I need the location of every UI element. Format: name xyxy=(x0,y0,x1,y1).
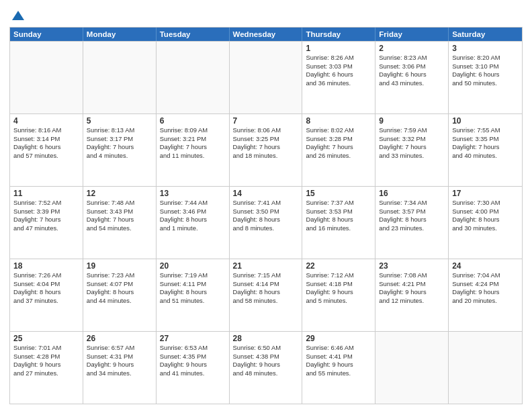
cell-info-line: Sunset: 4:24 PM xyxy=(452,280,519,289)
cell-info-line: and 16 minutes. xyxy=(306,224,371,233)
cell-info-line: and 44 minutes. xyxy=(87,297,152,306)
cell-info-line: Sunset: 4:04 PM xyxy=(13,280,79,289)
day-number: 17 xyxy=(452,189,519,198)
day-of-week-friday: Friday xyxy=(375,28,449,41)
cell-info-line: and 5 minutes. xyxy=(306,297,371,306)
cell-info-line: Sunrise: 7:59 AM xyxy=(379,126,445,135)
cell-info-line: Sunrise: 8:26 AM xyxy=(306,54,371,62)
week-row-3: 11Sunrise: 7:52 AMSunset: 3:39 PMDayligh… xyxy=(10,186,522,259)
cell-info-line: and 43 minutes. xyxy=(379,79,445,88)
cell-info-line: Sunrise: 8:02 AM xyxy=(306,126,371,135)
day-number: 8 xyxy=(306,116,371,126)
day-number: 1 xyxy=(306,44,371,53)
cell-info-line: Daylight: 6 hours xyxy=(452,71,519,79)
cal-cell: 18Sunrise: 7:26 AMSunset: 4:04 PMDayligh… xyxy=(10,259,83,331)
day-number: 2 xyxy=(379,44,445,53)
cell-info-line: Daylight: 6 hours xyxy=(306,71,371,79)
cell-info-line: and 30 minutes. xyxy=(452,224,519,233)
cal-cell xyxy=(10,42,83,113)
day-number: 6 xyxy=(160,116,226,126)
cell-info-line: Sunset: 4:35 PM xyxy=(160,353,226,361)
day-number: 24 xyxy=(452,261,519,271)
day-number: 16 xyxy=(379,189,445,198)
cell-info-line: and 54 minutes. xyxy=(87,224,152,233)
cal-cell xyxy=(83,42,157,113)
cal-cell xyxy=(449,332,522,404)
calendar-header: SundayMondayTuesdayWednesdayThursdayFrid… xyxy=(10,28,522,41)
cal-cell: 25Sunrise: 7:01 AMSunset: 4:28 PMDayligh… xyxy=(10,332,83,404)
cell-info-line: Sunset: 4:21 PM xyxy=(379,280,445,289)
cell-info-line: Sunrise: 7:34 AM xyxy=(379,199,445,208)
cell-info-line: Daylight: 8 hours xyxy=(379,216,445,224)
day-number: 27 xyxy=(160,334,226,343)
cell-info-line: Daylight: 7 hours xyxy=(13,216,79,224)
cell-info-line: Sunset: 3:10 PM xyxy=(452,62,519,71)
cell-info-line: Sunset: 3:32 PM xyxy=(379,135,445,144)
cal-cell: 4Sunrise: 8:16 AMSunset: 3:14 PMDaylight… xyxy=(10,114,83,186)
cell-info-line: Sunset: 3:17 PM xyxy=(87,135,152,144)
cell-info-line: Daylight: 7 hours xyxy=(87,216,152,224)
cal-cell: 20Sunrise: 7:19 AMSunset: 4:11 PMDayligh… xyxy=(157,259,230,331)
cal-cell xyxy=(375,332,449,404)
cell-info-line: Daylight: 9 hours xyxy=(452,288,519,297)
cell-info-line: Sunrise: 7:04 AM xyxy=(452,271,519,280)
cell-info-line: Daylight: 8 hours xyxy=(13,288,79,297)
cal-cell: 24Sunrise: 7:04 AMSunset: 4:24 PMDayligh… xyxy=(449,259,522,331)
cell-info-line: Daylight: 9 hours xyxy=(160,361,226,369)
cell-info-line: Sunrise: 7:55 AM xyxy=(452,126,519,135)
cell-info-line: Sunrise: 8:16 AM xyxy=(13,126,79,135)
cal-cell: 10Sunrise: 7:55 AMSunset: 3:35 PMDayligh… xyxy=(449,114,522,186)
calendar: SundayMondayTuesdayWednesdayThursdayFrid… xyxy=(9,27,523,404)
cell-info-line: Sunset: 3:28 PM xyxy=(306,135,371,144)
cell-info-line: Sunset: 4:38 PM xyxy=(233,353,299,361)
cell-info-line: Daylight: 9 hours xyxy=(13,361,79,369)
day-number: 10 xyxy=(452,116,519,126)
cal-cell: 21Sunrise: 7:15 AMSunset: 4:14 PMDayligh… xyxy=(230,259,303,331)
cell-info-line: Sunrise: 7:26 AM xyxy=(13,271,79,280)
cell-info-line: Daylight: 9 hours xyxy=(87,361,152,369)
cell-info-line: and 47 minutes. xyxy=(13,224,79,233)
calendar-body: 1Sunrise: 8:26 AMSunset: 3:03 PMDaylight… xyxy=(10,41,522,404)
cell-info-line: and 51 minutes. xyxy=(160,297,226,306)
cell-info-line: Sunset: 4:00 PM xyxy=(452,208,519,216)
cell-info-line: Daylight: 8 hours xyxy=(233,288,299,297)
day-number: 3 xyxy=(452,44,519,53)
day-number: 14 xyxy=(233,189,299,198)
week-row-1: 1Sunrise: 8:26 AMSunset: 3:03 PMDaylight… xyxy=(10,41,522,113)
cell-info-line: Daylight: 9 hours xyxy=(233,361,299,369)
cell-info-line: Daylight: 8 hours xyxy=(160,216,226,224)
cell-info-line: Sunrise: 7:48 AM xyxy=(87,199,152,208)
day-of-week-saturday: Saturday xyxy=(449,28,522,41)
cell-info-line: Daylight: 9 hours xyxy=(379,288,445,297)
cell-info-line: and 27 minutes. xyxy=(13,369,79,378)
cal-cell: 22Sunrise: 7:12 AMSunset: 4:18 PMDayligh… xyxy=(302,259,375,331)
day-number: 26 xyxy=(87,334,152,343)
cell-info-line: Sunrise: 7:01 AM xyxy=(13,344,79,353)
day-number: 20 xyxy=(160,261,226,271)
cell-info-line: Sunrise: 8:13 AM xyxy=(87,126,152,135)
day-number: 4 xyxy=(13,116,79,126)
cell-info-line: and 26 minutes. xyxy=(306,152,371,161)
cell-info-line: Sunset: 3:43 PM xyxy=(87,208,152,216)
cell-info-line: Sunrise: 7:19 AM xyxy=(160,271,226,280)
cell-info-line: and 33 minutes. xyxy=(379,152,445,161)
cell-info-line: Sunrise: 8:09 AM xyxy=(160,126,226,135)
cell-info-line: Sunset: 4:14 PM xyxy=(233,280,299,289)
cell-info-line: Daylight: 7 hours xyxy=(379,143,445,152)
cal-cell: 13Sunrise: 7:44 AMSunset: 3:46 PMDayligh… xyxy=(157,187,230,259)
cell-info-line: Sunset: 3:03 PM xyxy=(306,62,371,71)
cell-info-line: Daylight: 7 hours xyxy=(233,143,299,152)
cell-info-line: and 58 minutes. xyxy=(233,297,299,306)
cell-info-line: Sunset: 4:31 PM xyxy=(87,353,152,361)
cell-info-line: Sunset: 4:41 PM xyxy=(306,353,371,361)
day-number: 11 xyxy=(13,189,79,198)
cal-cell: 2Sunrise: 8:23 AMSunset: 3:06 PMDaylight… xyxy=(375,42,449,113)
cell-info-line: Sunset: 3:35 PM xyxy=(452,135,519,144)
cal-cell: 26Sunrise: 6:57 AMSunset: 4:31 PMDayligh… xyxy=(83,332,157,404)
day-number: 23 xyxy=(379,261,445,271)
cell-info-line: Daylight: 7 hours xyxy=(87,143,152,152)
cell-info-line: and 50 minutes. xyxy=(452,79,519,88)
cell-info-line: Sunset: 3:39 PM xyxy=(13,208,79,216)
cell-info-line: Sunset: 3:06 PM xyxy=(379,62,445,71)
page: SundayMondayTuesdayWednesdayThursdayFrid… xyxy=(0,0,532,411)
